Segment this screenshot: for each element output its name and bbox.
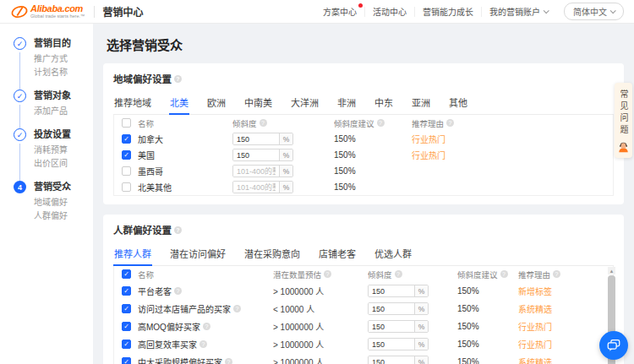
tilt-suggestion-value: 150%	[457, 322, 518, 331]
tilt-input[interactable]	[369, 303, 414, 314]
tab-item[interactable]: 欧洲	[206, 92, 227, 114]
step-sub-item[interactable]: 推广方式	[34, 52, 93, 66]
info-icon[interactable]: ?	[500, 270, 508, 278]
audience-preference-card: 人群偏好设置 ? 推荐人群潜在访问偏好潜在采购意向店铺老客优选人群 ✓ 名称 潜…	[103, 215, 624, 364]
tilt-input[interactable]	[233, 166, 279, 177]
app-title: 营销中心	[103, 4, 144, 19]
info-icon[interactable]: ?	[174, 287, 182, 295]
step-title[interactable]: 营销受众	[34, 181, 93, 193]
column-header-tilt: 倾斜度 ?	[368, 269, 457, 280]
tab-item[interactable]: 非洲	[336, 92, 357, 114]
step-sub-item[interactable]: 计划名称	[34, 66, 93, 79]
tab-item[interactable]: 大洋洲	[290, 92, 320, 114]
audience-table-row: ✓ 中大采购规模偏好买家 ? > 1000000 人 % 150% 系统精选	[114, 353, 613, 364]
step-sub-item[interactable]: 添加产品	[34, 105, 93, 118]
alibaba-logo[interactable]: Alibaba.com Global trade starts here.™	[10, 4, 85, 19]
info-icon[interactable]: ?	[377, 119, 385, 127]
info-icon[interactable]: ?	[225, 358, 232, 364]
row-checkbox[interactable]	[122, 182, 131, 192]
region-section-title: 地域偏好设置	[113, 72, 172, 85]
step-title[interactable]: 营销对象	[34, 90, 93, 102]
step-sub-item[interactable]: 人群偏好	[34, 209, 93, 223]
logo-tagline: Global trade starts here.™	[30, 14, 85, 19]
step-title[interactable]: 营销目的	[34, 37, 93, 50]
tilt-input[interactable]	[369, 285, 414, 296]
chat-button[interactable]	[599, 331, 628, 360]
info-icon[interactable]: ?	[553, 270, 560, 278]
tab-item[interactable]: 推荐地域	[113, 92, 152, 114]
audience-section-title: 人群偏好设置	[113, 223, 172, 236]
info-icon[interactable]: ?	[174, 226, 182, 234]
tab-item[interactable]: 推荐人群	[113, 243, 152, 265]
tilt-input[interactable]	[233, 149, 279, 160]
step-sub-item[interactable]: 地域偏好	[34, 196, 93, 209]
tab-item[interactable]: 中东	[374, 92, 394, 114]
column-header-reason-label: 推荐理由	[518, 269, 550, 280]
tilt-suggestion-value: 150%	[334, 150, 412, 160]
step-subitems: 推广方式计划名称	[34, 52, 93, 79]
audience-name: 访问过本店铺产品的买家	[138, 302, 231, 315]
row-checkbox[interactable]: ✓	[122, 357, 131, 364]
info-icon[interactable]: ?	[199, 340, 207, 348]
region-preference-card: 地域偏好设置 ? 推荐地域北美欧洲中南美大洋洲非洲中东亚洲其他 名称 倾斜度 ?…	[103, 63, 624, 204]
topbar-nav-item[interactable]: 营销能力成长	[415, 7, 482, 17]
audience-section-title-row: 人群偏好设置 ?	[113, 223, 614, 236]
tilt-suggestion-value: 150%	[334, 182, 412, 192]
column-header-tilt-label: 倾斜度	[232, 117, 257, 129]
step-title[interactable]: 投放设置	[34, 128, 93, 141]
select-all-checkbox[interactable]: ✓	[122, 269, 131, 279]
tilt-input[interactable]	[369, 321, 414, 332]
tilt-input[interactable]	[233, 182, 279, 193]
row-checkbox[interactable]: ✓	[122, 150, 131, 160]
info-icon[interactable]: ?	[203, 323, 210, 330]
percent-suffix: %	[414, 356, 428, 364]
language-label: 简体中文	[573, 5, 607, 18]
row-checkbox[interactable]: ✓	[122, 134, 131, 144]
step-subitems: 添加产品	[34, 105, 93, 118]
tab-item[interactable]: 潜在访问偏好	[169, 243, 227, 265]
tilt-input-group: %	[368, 338, 429, 350]
tab-item[interactable]: 中南美	[243, 92, 273, 114]
info-icon[interactable]: ?	[260, 119, 267, 127]
language-selector[interactable]: 简体中文	[564, 3, 624, 20]
tab-item[interactable]: 北美	[169, 92, 189, 114]
row-checkbox[interactable]: ✓	[122, 304, 131, 313]
row-checkbox[interactable]: ✓	[122, 340, 131, 349]
region-name: 加拿大	[138, 133, 232, 145]
select-all-checkbox[interactable]	[122, 118, 131, 128]
tilt-input-group: %	[368, 356, 429, 364]
stepper-step: ✓ 营销目的 推广方式计划名称	[14, 37, 93, 90]
region-tabs: 推荐地域北美欧洲中南美大洋洲非洲中东亚洲其他	[113, 92, 614, 115]
faq-side-tab[interactable]: 常见问题	[615, 83, 632, 158]
info-icon[interactable]: ?	[174, 75, 182, 83]
check-icon: ✓	[123, 151, 129, 159]
audience-name: 平台老客	[138, 285, 172, 297]
percent-suffix: %	[279, 166, 292, 177]
step-sub-item[interactable]: 出价区间	[34, 157, 93, 171]
scrollbar-up-arrow-icon[interactable]: ▲	[608, 267, 615, 274]
row-checkbox[interactable]	[122, 166, 131, 176]
topbar-nav-item[interactable]: 活动中心	[365, 7, 415, 17]
tilt-input[interactable]	[233, 133, 279, 144]
audience-name-cell: 中大采购规模偏好买家 ?	[138, 356, 273, 364]
info-icon[interactable]: ?	[233, 305, 241, 312]
tilt-input[interactable]	[369, 356, 414, 364]
info-icon[interactable]: ?	[395, 270, 402, 278]
tab-item[interactable]: 店铺老客	[318, 243, 357, 265]
topbar-nav-item[interactable]: 方案中心	[315, 7, 365, 17]
tab-item[interactable]: 潜在采购意向	[243, 243, 301, 265]
audience-name-cell: 高MOQ偏好买家 ?	[138, 320, 273, 333]
tilt-input[interactable]	[369, 339, 414, 350]
tab-item[interactable]: 其他	[448, 92, 468, 114]
tab-item[interactable]: 优选人群	[374, 243, 413, 265]
info-icon[interactable]: ?	[446, 119, 454, 127]
row-checkbox[interactable]: ✓	[122, 322, 131, 331]
topbar-nav-item[interactable]: 我的营销账户	[482, 7, 555, 17]
step-sub-item[interactable]: 消耗预算	[34, 144, 93, 157]
topbar-nav-label: 营销能力成长	[423, 5, 473, 18]
info-icon[interactable]: ?	[324, 270, 331, 278]
recommend-reason: 新增标签	[518, 285, 613, 297]
tab-item[interactable]: 亚洲	[411, 92, 431, 114]
topbar: Alibaba.com Global trade starts here.™ 营…	[0, 0, 634, 24]
row-checkbox[interactable]: ✓	[122, 286, 131, 296]
